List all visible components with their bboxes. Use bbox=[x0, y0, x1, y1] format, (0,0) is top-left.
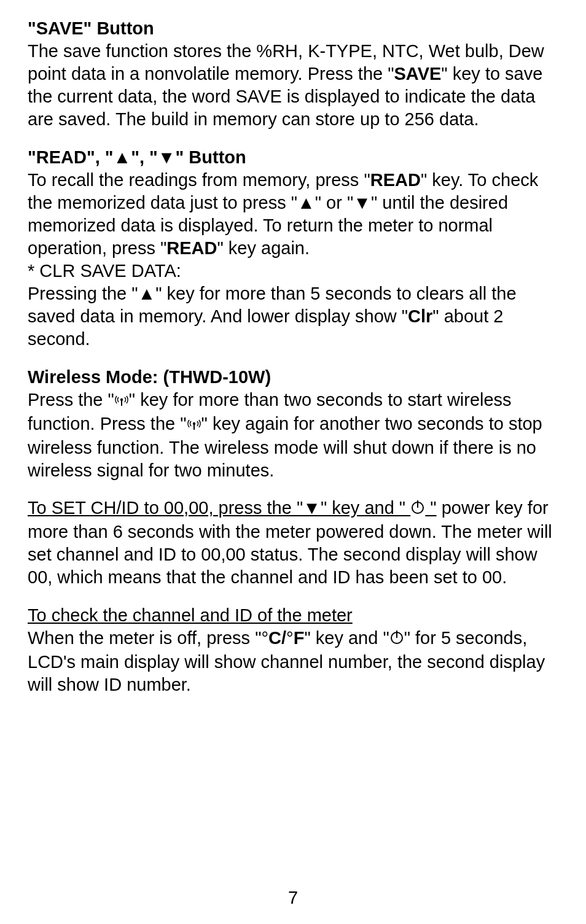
set-chid-body: To SET CH/ID to 00,00, press the "▼" key… bbox=[28, 497, 558, 589]
read-key-label: READ bbox=[370, 170, 421, 190]
page-number: 7 bbox=[0, 888, 586, 908]
save-body: The save function stores the %RH, K-TYPE… bbox=[28, 40, 558, 131]
text: " key again. bbox=[217, 238, 310, 258]
power-icon bbox=[410, 498, 425, 521]
text: Press the " bbox=[28, 390, 114, 410]
clr-label: * CLR SAVE DATA: bbox=[28, 260, 558, 282]
cf-key-c: C/ bbox=[268, 628, 286, 648]
text: ° bbox=[286, 628, 294, 648]
read-body: To recall the readings from memory, pres… bbox=[28, 169, 558, 260]
svg-point-1 bbox=[192, 422, 195, 425]
set-chid-section: To SET CH/ID to 00,00, press the "▼" key… bbox=[28, 497, 558, 589]
text: " bbox=[425, 498, 436, 518]
read-section: "READ", "▲", "▼" Button To recall the re… bbox=[28, 146, 558, 351]
cf-key-f: F bbox=[294, 628, 305, 648]
wireless-section: Wireless Mode: (THWD-10W) Press the "" k… bbox=[28, 366, 558, 483]
check-chid-section: To check the channel and ID of the meter… bbox=[28, 604, 558, 696]
read-heading: "READ", "▲", "▼" Button bbox=[28, 146, 558, 169]
power-icon bbox=[389, 628, 404, 651]
wireless-heading: Wireless Mode: (THWD-10W) bbox=[28, 366, 558, 389]
check-chid-underline: To check the channel and ID of the meter bbox=[28, 605, 353, 625]
text: To recall the readings from memory, pres… bbox=[28, 170, 370, 190]
check-chid-body: To check the channel and ID of the meter… bbox=[28, 604, 558, 696]
wireless-icon bbox=[114, 390, 129, 413]
clr-indicator: Clr bbox=[408, 306, 432, 326]
read-key-label-2: READ bbox=[166, 238, 217, 258]
save-section: "SAVE" Button The save function stores t… bbox=[28, 17, 558, 131]
wireless-icon bbox=[187, 414, 201, 437]
set-chid-underline: To SET CH/ID to 00,00, press the "▼" key… bbox=[28, 498, 437, 518]
text: To SET CH/ID to 00,00, press the "▼" key… bbox=[28, 498, 410, 518]
wireless-body: Press the "" key for more than two secon… bbox=[28, 389, 558, 482]
svg-point-0 bbox=[120, 398, 123, 400]
page-container: "SAVE" Button The save function stores t… bbox=[0, 0, 586, 924]
save-heading: "SAVE" Button bbox=[28, 17, 558, 40]
text: When the meter is off, press "° bbox=[28, 628, 268, 648]
save-key-label: SAVE bbox=[394, 64, 442, 83]
text: " key and " bbox=[304, 628, 389, 648]
clr-body: Pressing the "▲" key for more than 5 sec… bbox=[28, 282, 558, 351]
